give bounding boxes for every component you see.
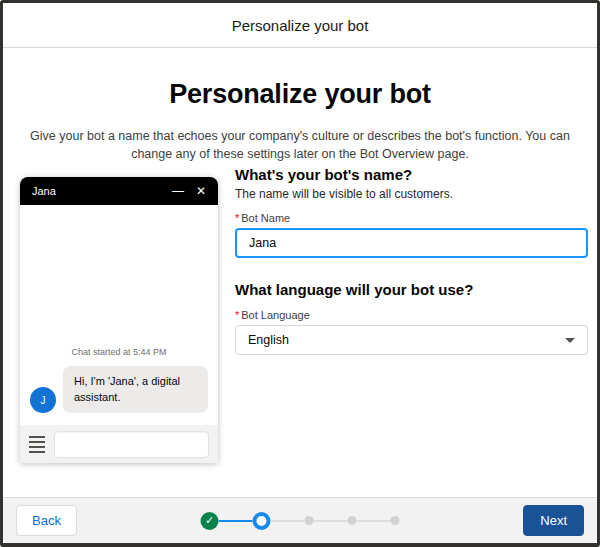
next-button[interactable]: Next (523, 505, 584, 536)
chat-window-controls: — ✕ (172, 185, 206, 197)
bot-name-heading: What's your bot's name? (235, 166, 588, 183)
wizard-footer: Back ✓ Next (3, 497, 597, 543)
page-subtitle: Give your bot a name that echoes your co… (29, 127, 571, 163)
chat-message-row: J Hi, I'm 'Jana', a digital assistant. (30, 366, 208, 413)
menu-icon (29, 436, 45, 453)
chevron-down-icon (565, 338, 575, 343)
bot-name-input[interactable] (235, 228, 588, 258)
chat-bot-name: Jana (32, 185, 56, 197)
bot-language-value: English (248, 333, 289, 347)
progress-step-3-incomplete (305, 516, 314, 525)
minimize-icon: — (172, 185, 184, 197)
progress-step-4-incomplete (348, 516, 357, 525)
chat-message-input (54, 431, 209, 458)
required-asterisk: * (235, 309, 239, 321)
close-icon: ✕ (196, 185, 206, 197)
chat-preview-widget: Jana — ✕ Chat started at 5:44 PM J Hi, I… (20, 177, 218, 463)
bot-language-heading: What language will your bot use? (235, 281, 588, 298)
progress-step-1-complete: ✓ (201, 512, 219, 530)
bot-name-label: *Bot Name (235, 212, 588, 224)
bot-settings-form: What's your bot's name? The name will be… (235, 166, 588, 355)
bot-name-description: The name will be visible to all customer… (235, 187, 588, 201)
personalize-bot-dialog: Personalize your bot Personalize your bo… (0, 0, 600, 547)
bot-language-select[interactable]: English (235, 325, 588, 355)
bot-avatar: J (30, 387, 56, 413)
chat-started-status: Chat started at 5:44 PM (30, 347, 208, 357)
dialog-title-bar: Personalize your bot (3, 3, 597, 48)
progress-indicator: ✓ (201, 512, 400, 530)
chat-preview-header: Jana — ✕ (20, 177, 218, 205)
bot-message-bubble: Hi, I'm 'Jana', a digital assistant. (63, 366, 208, 413)
bot-language-label: *Bot Language (235, 309, 588, 321)
progress-connector (271, 520, 305, 522)
back-button[interactable]: Back (16, 505, 77, 536)
progress-connector (219, 520, 253, 522)
progress-connector (357, 520, 391, 522)
page-title: Personalize your bot (3, 79, 597, 110)
chat-preview-footer (20, 425, 218, 463)
progress-step-2-active (253, 512, 271, 530)
bot-language-label-text: Bot Language (241, 309, 310, 321)
progress-step-5-incomplete (391, 516, 400, 525)
progress-connector (314, 520, 348, 522)
required-asterisk: * (235, 212, 239, 224)
chat-preview-body: Chat started at 5:44 PM J Hi, I'm 'Jana'… (20, 205, 218, 425)
dialog-title: Personalize your bot (232, 17, 369, 34)
bot-name-label-text: Bot Name (241, 212, 290, 224)
